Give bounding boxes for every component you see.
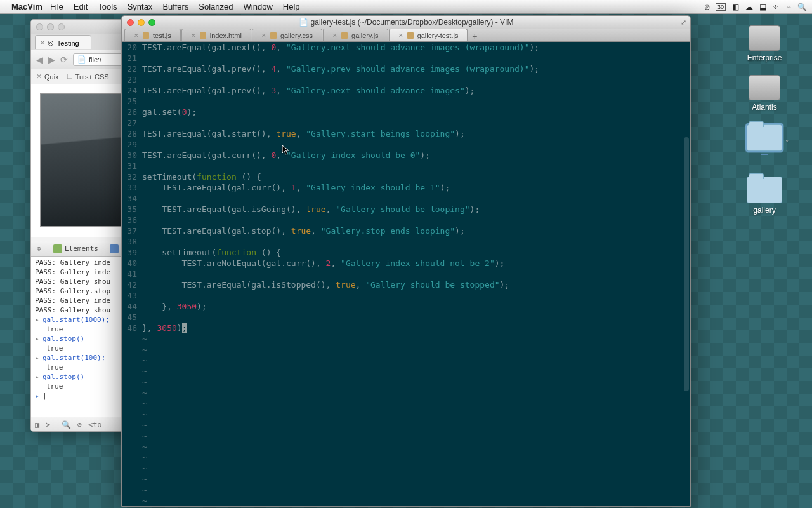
minimize-icon[interactable] [138,19,145,26]
bluetooth-icon[interactable]: ⌁ [787,3,791,11]
bookmark-tutscss[interactable]: ☐Tuts+ CSS [67,72,109,81]
bookmark-remove-icon[interactable]: ✕ [36,72,42,81]
window-file-icon: 📄 [299,18,308,27]
devtools-tab-elements[interactable]: Elements [48,243,103,255]
zoom-icon[interactable] [148,19,155,26]
mac-menubar: MacVim File Edit Tools Syntax Buffers So… [0,0,812,14]
menu-buffers[interactable]: Buffers [162,2,188,11]
vim-editor[interactable]: 20 21 22 23 24 25 26 27 28 29 30 31 32 3… [122,42,690,506]
tab-close-icon[interactable]: ✕ [191,32,196,39]
fullscreen-icon[interactable]: ⤢ [681,18,686,27]
minimize-icon[interactable] [47,23,54,30]
file-icon [200,32,206,39]
tab-favicon: ◎ [48,39,54,47]
back-icon[interactable]: ◀ [36,55,43,65]
tab-label: index.html [210,32,242,39]
macvim-window: 📄 gallery-test.js (~/Documents/Dropbox/D… [121,15,691,507]
bookmark-icon[interactable]: ◧ [732,3,739,11]
stop-icon[interactable]: ⊘ [77,420,82,429]
folder-gallery[interactable]: gallery [730,177,799,215]
menu-window[interactable]: Window [244,2,273,11]
vim-tab[interactable]: ✕index.html [181,29,251,41]
menu-help[interactable]: Help [283,2,300,11]
tab-close-icon[interactable]: × [41,39,44,46]
tab-label: gallery-test.js [417,32,459,39]
app-name[interactable]: MacVim [11,2,43,11]
devtools-close-icon[interactable]: ⊗ [35,244,43,253]
file-icon: 📄 [77,55,86,64]
file-icon [270,32,277,39]
bookmark-icon: ☐ [67,72,73,81]
tab-label: test.js [153,32,171,39]
reload-icon[interactable]: ⟳ [60,55,68,65]
dropbox-icon[interactable]: ⬓ [759,3,766,11]
vim-tabbar: ✕test.js✕index.html✕gallery.css✕gallery.… [122,29,690,42]
menu-tools[interactable]: Tools [98,2,117,11]
file-icon [143,32,149,39]
vim-tab[interactable]: ✕test.js [124,29,181,41]
desktop-icons: Enterprise Atlantis ◦ gallery [730,25,799,227]
tab-title: Testing [57,39,79,47]
drive-enterprise[interactable]: Enterprise [730,25,799,62]
line-gutter: 20 21 22 23 24 25 26 27 28 29 30 31 32 3… [122,42,141,506]
wifi-icon[interactable]: ᯤ [773,3,780,11]
tab-label: gallery.js [351,32,379,39]
scrollbar[interactable] [684,137,689,391]
menu-file[interactable]: File [50,2,63,11]
tab-close-icon[interactable]: ✕ [134,32,139,39]
vim-tab[interactable]: ✕gallery.css [252,29,322,41]
forward-icon[interactable]: ▶ [48,55,55,65]
tab-close-icon[interactable]: ✕ [261,32,266,39]
tab-close-icon[interactable]: ✕ [332,32,337,39]
console-icon[interactable]: ≻_ [46,420,55,429]
vim-tab[interactable]: ✕gallery-test.js [389,29,468,41]
zoom-icon[interactable] [58,23,65,30]
close-icon[interactable] [36,23,43,30]
file-icon [341,32,348,39]
bookmark-quix[interactable]: ✕Quix [36,72,59,81]
breadcrumb[interactable]: <to [88,420,102,429]
file-icon [407,32,414,39]
new-tab-button[interactable]: + [468,31,481,41]
screen-icon[interactable]: ⎚ [705,3,709,11]
close-icon[interactable] [127,19,134,26]
drive-atlantis[interactable]: Atlantis [730,75,799,112]
menu-syntax[interactable]: Syntax [128,2,153,11]
cloud-icon[interactable]: ☁ [745,3,753,11]
vim-tab[interactable]: ✕gallery.js [323,29,388,41]
vim-titlebar[interactable]: 📄 gallery-test.js (~/Documents/Dropbox/D… [122,16,690,29]
browser-tab[interactable]: × ◎ Testing [35,35,91,49]
dock-icon[interactable]: ◨ [35,420,39,429]
tab-label: gallery.css [280,32,313,39]
window-title: gallery-test.js (~/Documents/Dropbox/Des… [311,18,514,27]
folder-selected[interactable]: ◦ [730,124,799,164]
menu-edit[interactable]: Edit [74,2,88,11]
tab-close-icon[interactable]: ✕ [398,32,403,39]
menu-solarized[interactable]: Solarized [199,2,233,11]
spotlight-icon[interactable]: 🔍 [797,3,807,11]
date-icon[interactable]: 30 [716,3,726,11]
magnify-icon[interactable]: 🔍 [62,420,71,429]
code-area[interactable]: TEST.areEqual(gal.next(), 0, "Gallery.ne… [141,42,690,506]
